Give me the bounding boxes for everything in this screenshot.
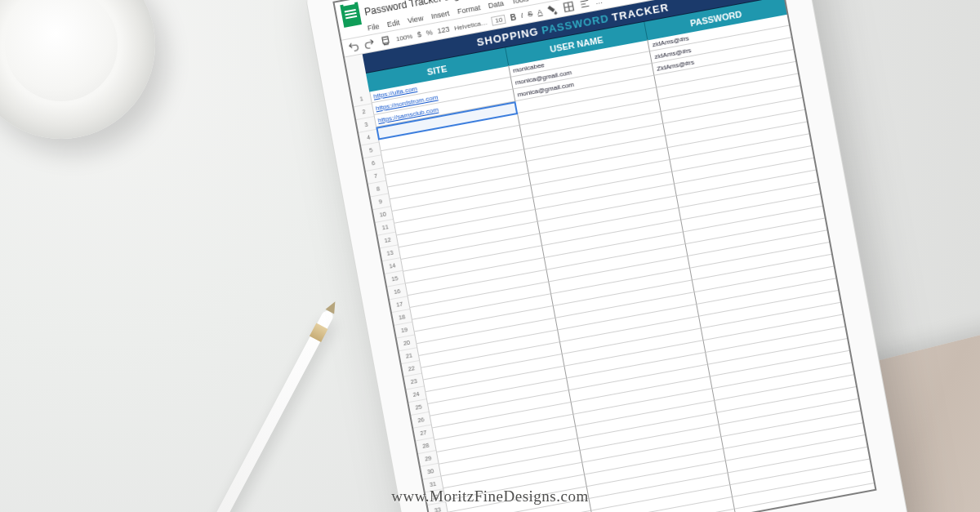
toolbar-overflow[interactable]: … [595,0,604,6]
italic-button[interactable]: I [520,11,523,20]
coffee-cup-prop [0,0,155,139]
undo-icon[interactable] [347,40,360,53]
borders-icon[interactable] [562,0,575,13]
grid-columns: SHOPPING PASSWORD TRACKER SITE USER NAME… [363,0,875,512]
watermark-text: www.MoritzFineDesigns.com [391,488,588,505]
text-color-button[interactable]: A [537,7,543,16]
menu-file[interactable]: File [367,22,380,32]
google-sheets-app: Password Tracker Digital Share FileEditV… [335,0,875,512]
redo-icon[interactable] [363,37,376,50]
menu-edit[interactable]: Edit [386,18,400,29]
zoom-select[interactable]: 100% [395,32,413,42]
bold-button[interactable]: B [510,12,517,22]
currency-format[interactable]: $ [416,30,422,39]
ipad-body: Password Tracker Digital Share FileEditV… [301,0,911,512]
spreadsheet-grid[interactable]: 1234567891011121314151617181920212223242… [345,0,875,512]
number-format[interactable]: 123 [437,25,451,36]
font-family-select[interactable]: Helvetica… [453,18,488,31]
percent-format[interactable]: % [425,28,434,37]
align-icon[interactable] [578,0,591,11]
ipad-screen: Password Tracker Digital Share FileEditV… [332,0,876,512]
pen-prop [183,309,335,512]
data-rows: https://ulta.commonicabeezidAms@#rshttps… [369,14,875,512]
scene-background: Password Tracker Digital Share FileEditV… [0,0,980,512]
strike-button[interactable]: S [527,10,533,19]
print-icon[interactable] [379,34,392,47]
menu-view[interactable]: View [407,14,424,24]
ipad-device: Password Tracker Digital Share FileEditV… [301,0,911,512]
fill-color-icon[interactable] [546,3,559,16]
menu-data[interactable]: Data [488,0,505,10]
sheets-logo-icon [340,2,362,28]
font-size-input[interactable]: 10 [491,14,506,25]
